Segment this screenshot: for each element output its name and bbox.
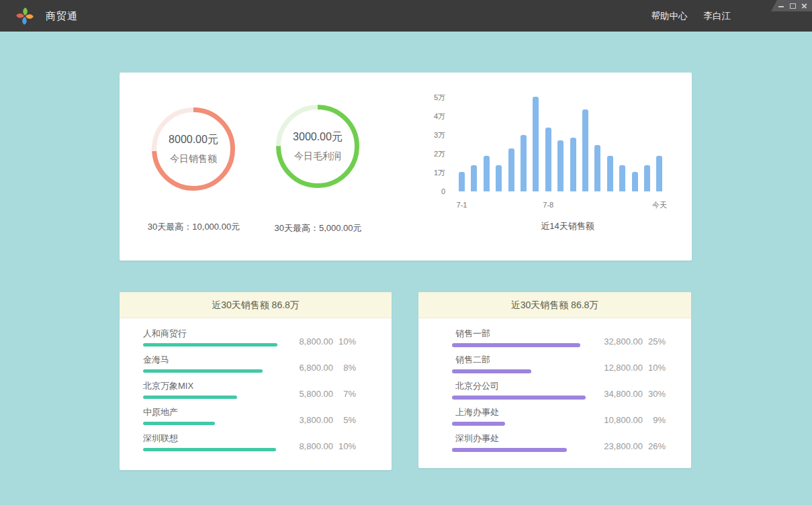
rank-row: 销售一部32,800.0025% — [418, 326, 691, 353]
trend-y-tick: 2万 — [418, 149, 445, 159]
rank-row-values: 32,800.0025% — [581, 336, 666, 347]
logo-petals — [16, 7, 34, 25]
rank-row-values: 12,800.0010% — [581, 363, 666, 373]
rank-row-bar — [452, 343, 580, 347]
trend-y-tick: 0 — [418, 187, 445, 197]
trend-bar — [496, 165, 502, 191]
trend-bar — [632, 172, 638, 191]
rank-row-percent: 25% — [643, 336, 666, 347]
rank-row-bar — [452, 396, 586, 400]
rank-row: 中原地产3,800.005% — [120, 405, 392, 431]
trend-bar — [508, 148, 514, 191]
rank-row: 金海马6,800.008% — [120, 353, 392, 379]
trend-title: 近14天销售额 — [467, 220, 668, 232]
rank-row-values: 3,800.005% — [279, 415, 356, 425]
rank-row-amount: 8,800.00 — [279, 441, 333, 451]
rank-row-values: 8,800.0010% — [279, 336, 356, 347]
rank-row-bar — [143, 369, 263, 373]
trend-bar — [545, 128, 551, 191]
help-center-link[interactable]: 帮助中心 — [651, 10, 688, 22]
trend-x-tick: 7-1 — [442, 200, 482, 210]
trend-bar — [521, 135, 527, 191]
pinwheel-logo-icon — [14, 5, 36, 27]
trend-bar — [459, 172, 465, 191]
trend-bar — [471, 165, 477, 191]
rank-row-bar — [143, 448, 276, 451]
rank-row-bar — [143, 422, 215, 425]
trend-bar — [557, 140, 563, 191]
user-menu[interactable]: 李白江 — [704, 10, 731, 22]
trend-bar — [533, 97, 539, 191]
rank-row-bar — [143, 343, 277, 347]
rank-row: 深圳联想8,800.0010% — [120, 431, 392, 457]
rank-row-percent: 10% — [333, 441, 356, 451]
rank-row-values: 6,800.008% — [279, 363, 356, 373]
trend-y-tick: 5万 — [418, 93, 445, 103]
rank-row: 北京万象MIX5,800.007% — [120, 379, 392, 405]
trend-y-tick: 3万 — [418, 130, 445, 140]
trend-bar — [570, 138, 576, 191]
rank-row-amount: 34,800.00 — [581, 389, 643, 399]
department-rank-card: 近30天销售额 86.8万 销售一部32,800.0025%销售二部12,800… — [418, 292, 691, 468]
window-controls — [771, 0, 812, 11]
rank-row-values: 5,800.007% — [279, 389, 356, 399]
rank-row-amount: 12,800.00 — [581, 363, 643, 373]
titlebar-links: 帮助中心 李白江 — [651, 0, 731, 32]
rank-row-percent: 8% — [333, 363, 356, 373]
rank-row-percent: 10% — [333, 336, 356, 347]
window-close-button[interactable] — [801, 2, 807, 10]
overview-card: 8000.00元 今日销售额 3000.00元 今日毛利润 30天最高：10,0… — [120, 73, 692, 261]
rank-row-amount: 23,800.00 — [581, 441, 643, 451]
close-icon — [801, 3, 807, 9]
trend-bar — [619, 165, 625, 191]
rank-row: 北京分公司34,800.0030% — [418, 379, 691, 405]
app-title: 商贸通 — [46, 0, 78, 32]
trend-bar — [582, 109, 588, 191]
trend-bars — [459, 93, 668, 191]
rank-row: 销售二部12,800.0010% — [418, 353, 691, 379]
rank-row-bar — [452, 422, 505, 426]
window-maximize-button[interactable] — [789, 2, 796, 10]
trend-y-tick: 4万 — [418, 111, 445, 122]
trend-x-tick: 7-8 — [528, 200, 568, 210]
trend-bar — [607, 156, 613, 191]
rank-row-amount: 32,800.00 — [581, 336, 643, 347]
rank-row-values: 23,800.0026% — [581, 441, 666, 451]
rank-row-percent: 10% — [643, 363, 666, 373]
rank-row-bar — [452, 369, 531, 373]
rank-row-bar — [452, 448, 567, 452]
rank-row-values: 8,800.0010% — [279, 441, 356, 451]
rank-row-percent: 26% — [643, 441, 666, 451]
rank-row-values: 10,800.009% — [581, 415, 666, 425]
rank-row: 深圳办事处23,800.0026% — [418, 431, 691, 457]
rank-row-percent: 5% — [333, 415, 356, 425]
trend-bar — [644, 165, 650, 191]
titlebar: 商贸通 帮助中心 李白江 — [0, 0, 812, 32]
minimize-icon — [778, 6, 784, 7]
rank-row-percent: 30% — [643, 389, 666, 399]
rank-row-amount: 6,800.00 — [279, 363, 333, 373]
department-rank-title: 近30天销售额 86.8万 — [418, 292, 691, 318]
customer-rank-card: 近30天销售额 86.8万 人和商贸行8,800.0010%金海马6,800.0… — [120, 292, 392, 470]
trend-bar — [656, 156, 662, 191]
rank-row: 上海办事处10,800.009% — [418, 405, 691, 431]
trend-bar — [484, 156, 490, 191]
rank-row-amount: 8,800.00 — [279, 336, 333, 347]
trend-x-tick: 今天 — [639, 200, 680, 210]
customer-rank-title: 近30天销售额 86.8万 — [120, 292, 392, 318]
sales-trend-chart: 01万2万3万4万5万 7-17-8今天 近14天销售额 — [120, 73, 692, 261]
trend-y-tick: 1万 — [418, 168, 445, 178]
rank-row-percent: 7% — [333, 389, 356, 399]
rank-row-values: 34,800.0030% — [581, 389, 666, 399]
customer-rank-list: 人和商贸行8,800.0010%金海马6,800.008%北京万象MIX5,80… — [120, 318, 392, 457]
rank-row-percent: 9% — [643, 415, 666, 425]
rank-row: 人和商贸行8,800.0010% — [120, 326, 392, 353]
department-rank-list: 销售一部32,800.0025%销售二部12,800.0010%北京分公司34,… — [418, 318, 691, 457]
maximize-icon — [790, 3, 796, 9]
rank-row-amount: 5,800.00 — [279, 389, 333, 399]
window-minimize-button[interactable] — [778, 2, 784, 10]
rank-row-amount: 3,800.00 — [279, 415, 333, 425]
rank-row-bar — [143, 396, 237, 399]
rank-row-amount: 10,800.00 — [581, 415, 643, 425]
trend-bar — [594, 145, 600, 191]
